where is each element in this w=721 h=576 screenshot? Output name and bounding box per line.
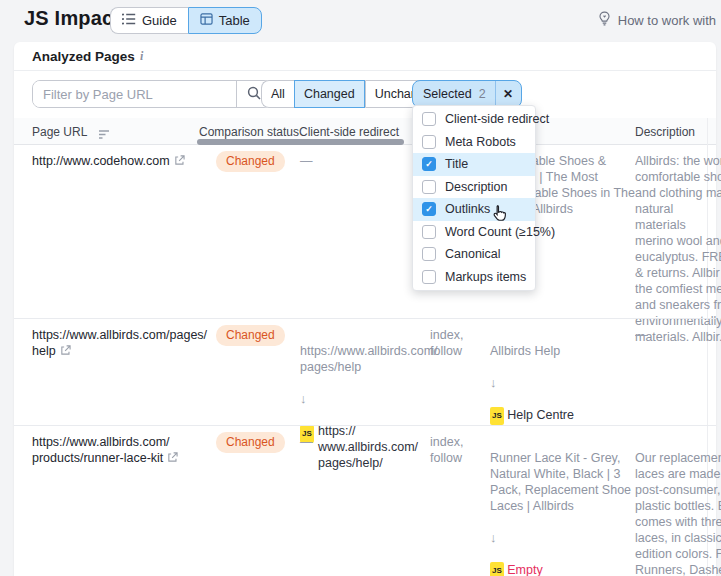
selected-columns-button[interactable]: Selected 2 ✕ [412, 80, 522, 108]
panel-header: Analyzed Pages i [14, 42, 716, 71]
external-link-icon[interactable] [174, 154, 185, 170]
description-cell: Allbirds: the wor comfortable sho and cl… [635, 153, 721, 345]
description-cell: Our replacemen laces are made post-consu… [635, 434, 721, 576]
info-icon[interactable]: i [140, 49, 143, 64]
menu-item-client-side-redirect[interactable]: Client-side redirect [413, 108, 535, 131]
column-header-page-url[interactable]: Page URL [32, 125, 87, 139]
description-cell: — [635, 327, 721, 343]
arrow-down-icon: ↓ [300, 391, 422, 407]
horizontal-scrollbar[interactable] [197, 139, 404, 145]
guide-toggle-button[interactable]: Guide [110, 7, 188, 34]
checkbox-unchecked[interactable] [422, 247, 436, 261]
checkbox-unchecked[interactable] [422, 135, 436, 149]
menu-item-canonical[interactable]: Canonical [413, 243, 535, 266]
title-new-value: JS Help Centre [490, 407, 636, 425]
panel-title: Analyzed Pages [32, 49, 135, 64]
help-label: How to work with [618, 13, 716, 28]
selected-count: 2 [479, 87, 486, 101]
checkbox-unchecked[interactable] [422, 112, 436, 126]
column-header-description[interactable]: Description [635, 125, 695, 139]
title-cell: Allbirds Help ↓ JS Help Centre [490, 327, 636, 441]
view-toggle: Guide Table [110, 7, 262, 34]
table-label: Table [219, 13, 250, 28]
guide-label: Guide [142, 13, 177, 28]
js-badge: JS [490, 407, 504, 425]
table-row: http://www.codehow.com Changed — Sustain… [14, 145, 716, 318]
checkbox-unchecked[interactable] [422, 180, 436, 194]
redirect-old-value: https://www.allbirds.com/ pages/help [300, 343, 422, 375]
external-link-icon[interactable] [60, 344, 71, 360]
column-header-comparison-status[interactable]: Comparison status [199, 125, 299, 139]
description-old-value: Our replacemen laces are made post-consu… [635, 450, 721, 576]
client-side-redirect-cell: — [300, 434, 422, 450]
table-toggle-button[interactable]: Table [188, 7, 262, 34]
changed-badge: Changed [216, 325, 285, 346]
menu-item-meta-robots[interactable]: Meta Robots [413, 131, 535, 154]
how-to-work-with-link[interactable]: How to work with [597, 11, 716, 29]
analyzed-pages-panel: Analyzed Pages i All Changed Unchanged S… [14, 42, 716, 576]
page-title: JS Impact [24, 7, 120, 30]
url-filter-input[interactable] [33, 81, 236, 107]
clear-selected-button[interactable]: ✕ [495, 81, 521, 107]
arrow-down-icon: ↓ [490, 375, 636, 391]
comparison-status-cell: Changed [216, 151, 285, 172]
comparison-status-cell: Changed [216, 325, 285, 346]
search-icon [247, 86, 261, 103]
top-bar: JS Impact Guide Table How to work with [0, 0, 721, 42]
comparison-status-cell: Changed [216, 432, 285, 453]
close-icon: ✕ [503, 87, 513, 101]
meta-robots-cell: index, follow [430, 434, 486, 466]
checkbox-checked[interactable]: ✓ [422, 202, 436, 216]
menu-item-description[interactable]: Description [413, 176, 535, 199]
js-badge: JS [490, 562, 504, 576]
status-filter-changed[interactable]: Changed [294, 80, 365, 108]
changed-badge: Changed [216, 151, 285, 172]
selected-label: Selected [423, 87, 472, 101]
title-new-value: JS Empty [490, 562, 636, 576]
table-icon [200, 13, 213, 28]
table-row: https://www.allbirds.com/ products/runne… [14, 425, 716, 576]
status-filter-all[interactable]: All [261, 80, 294, 108]
changed-badge: Changed [216, 432, 285, 453]
page-url-cell[interactable]: http://www.codehow.com [32, 153, 200, 170]
columns-dropdown-menu: Client-side redirect Meta Robots ✓Title … [412, 105, 536, 291]
menu-item-markups-items[interactable]: Markups items [413, 266, 535, 289]
table-row: https://www.allbirds.com/pages/ help Cha… [14, 318, 716, 425]
checkbox-unchecked[interactable] [422, 270, 436, 284]
title-old-value: Runner Lace Kit - Grey, Natural White, B… [490, 450, 636, 514]
page-url-cell[interactable]: https://www.allbirds.com/ products/runne… [32, 434, 200, 467]
title-old-value: Allbirds Help [490, 343, 636, 359]
menu-item-outlinks[interactable]: ✓Outlinks [413, 198, 535, 221]
menu-item-title[interactable]: ✓Title [413, 153, 535, 176]
arrow-down-icon: ↓ [490, 530, 636, 546]
client-side-redirect-cell: — [300, 153, 422, 169]
sort-icon[interactable] [98, 128, 110, 142]
checkbox-unchecked[interactable] [422, 225, 436, 239]
url-filter [32, 80, 272, 108]
column-header-client-side-redirect[interactable]: Client-side redirect [299, 125, 399, 139]
page-url-cell[interactable]: https://www.allbirds.com/pages/ help [32, 327, 200, 360]
external-link-icon[interactable] [167, 451, 178, 467]
lightbulb-icon [597, 11, 612, 29]
list-icon [122, 13, 136, 28]
menu-item-word-count[interactable]: Word Count (≥15%) [413, 221, 535, 244]
title-cell: Runner Lace Kit - Grey, Natural White, B… [490, 434, 636, 576]
checkbox-checked[interactable]: ✓ [422, 157, 436, 171]
meta-robots-cell: index, follow [430, 327, 486, 359]
